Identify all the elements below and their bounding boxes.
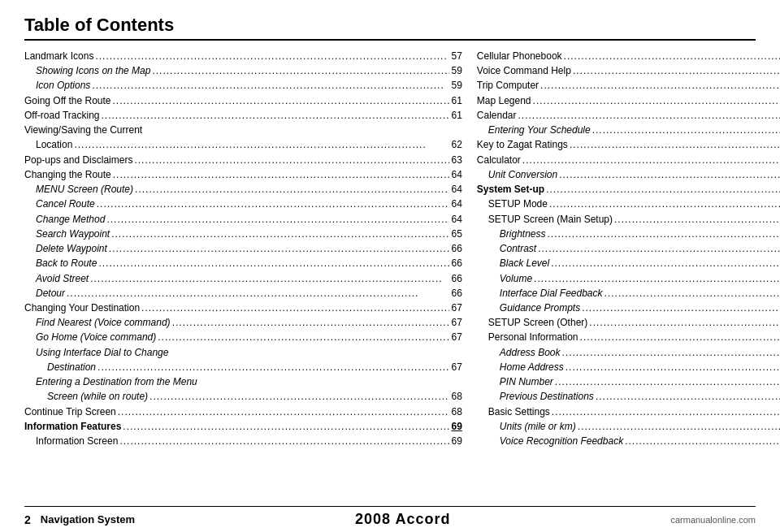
toc-entry: MENU Screen (Route).....................… bbox=[24, 182, 462, 197]
toc-label: Find Nearest (Voice command) bbox=[36, 315, 171, 330]
toc-dots: ........................................… bbox=[135, 182, 449, 197]
toc-dots: ........................................… bbox=[551, 256, 780, 270]
toc-entry: Interface Dial Feedback.................… bbox=[477, 286, 780, 301]
toc-dots: ........................................… bbox=[74, 137, 449, 152]
toc-page: 64 bbox=[451, 167, 462, 182]
toc-entry: Calculator..............................… bbox=[477, 153, 780, 167]
toc-dots: ........................................… bbox=[578, 419, 780, 434]
title-bar: Table of Contents bbox=[24, 15, 756, 41]
toc-label: Trip Computer bbox=[477, 78, 539, 93]
toc-dots: ........................................… bbox=[625, 434, 780, 448]
toc-label: Off-road Tracking bbox=[24, 108, 99, 123]
toc-label: MENU Screen (Route) bbox=[36, 182, 133, 197]
toc-entry: Pop-ups and Disclaimers.................… bbox=[24, 153, 462, 167]
toc-label: Cellular Phonebook bbox=[477, 49, 562, 63]
toc-entry: Address Book............................… bbox=[477, 345, 780, 360]
content-columns: Landmark Icons..........................… bbox=[24, 49, 756, 503]
toc-label: Destination bbox=[47, 360, 96, 374]
toc-entry: SETUP Screen (Other)....................… bbox=[477, 315, 780, 330]
toc-dots: ........................................… bbox=[95, 49, 449, 63]
toc-dots: ........................................… bbox=[97, 197, 450, 211]
toc-dots: ........................................… bbox=[538, 241, 780, 256]
footer-center-text: 2008 Accord bbox=[355, 511, 450, 528]
toc-label: Location bbox=[36, 137, 72, 152]
toc-label: Interface Dial Feedback bbox=[500, 286, 603, 301]
toc-entry: Voice Command Help......................… bbox=[477, 63, 780, 78]
toc-dots: ........................................… bbox=[67, 286, 449, 301]
toc-label: Changing Your Destination bbox=[24, 301, 140, 315]
toc-dots: ........................................… bbox=[111, 227, 449, 241]
toc-dots: ........................................… bbox=[580, 330, 780, 344]
toc-dots: ........................................… bbox=[109, 241, 450, 256]
toc-page: 69 bbox=[451, 434, 462, 448]
toc-page: 61 bbox=[451, 93, 462, 108]
toc-entry: Basic Settings..........................… bbox=[477, 404, 780, 419]
toc-label: SETUP Screen (Main Setup) bbox=[488, 212, 613, 227]
toc-label: Back to Route bbox=[36, 256, 97, 270]
toc-entry: Trip Computer...........................… bbox=[477, 78, 780, 93]
toc-dots: ........................................… bbox=[552, 404, 780, 419]
toc-entry: Continue Trip Screen....................… bbox=[24, 404, 462, 419]
toc-page: 68 bbox=[451, 389, 462, 404]
toc-dots: ........................................… bbox=[113, 93, 450, 108]
toc-entry: Volume..................................… bbox=[477, 271, 780, 286]
toc-dots: ........................................… bbox=[596, 389, 780, 404]
toc-dots: ........................................… bbox=[573, 63, 780, 78]
toc-label: Change Method bbox=[36, 212, 105, 227]
toc-entry: Search Waypoint.........................… bbox=[24, 227, 462, 241]
toc-label: Going Off the Route bbox=[24, 93, 111, 108]
toc-label: SETUP Screen (Other) bbox=[488, 315, 587, 330]
toc-entry: SETUP Screen (Main Setup)...............… bbox=[477, 212, 780, 227]
toc-entry: Delete Waypoint.........................… bbox=[24, 241, 462, 256]
toc-entry: PIN Number..............................… bbox=[477, 374, 780, 389]
toc-page: 57 bbox=[451, 49, 462, 63]
toc-label: Go Home (Voice command) bbox=[36, 330, 156, 344]
toc-label: Search Waypoint bbox=[36, 227, 110, 241]
toc-dots: ........................................… bbox=[549, 197, 780, 211]
toc-entry: Screen (while on route).................… bbox=[24, 389, 462, 404]
toc-page: 61 bbox=[451, 108, 462, 123]
toc-label: SETUP Mode bbox=[488, 197, 548, 211]
toc-entry: Changing the Route......................… bbox=[24, 167, 462, 182]
col2: Cellular Phonebook......................… bbox=[477, 49, 780, 503]
toc-label: Pop-ups and Disclaimers bbox=[24, 153, 132, 167]
toc-entry: Calendar................................… bbox=[477, 108, 780, 123]
toc-dots: ........................................… bbox=[566, 360, 780, 374]
toc-label: Entering Your Schedule bbox=[488, 123, 591, 137]
toc-entry: Landmark Icons..........................… bbox=[24, 49, 462, 63]
toc-entry: Change Method...........................… bbox=[24, 212, 462, 227]
toc-entry: Off-road Tracking.......................… bbox=[24, 108, 462, 123]
toc-entry: Going Off the Route.....................… bbox=[24, 93, 462, 108]
toc-label: Map Legend bbox=[477, 93, 531, 108]
toc-page: 67 bbox=[451, 360, 462, 374]
toc-page: 59 bbox=[451, 78, 462, 93]
toc-dots: ........................................… bbox=[540, 78, 780, 93]
toc-label: Calculator bbox=[477, 153, 521, 167]
toc-entry: SETUP Mode..............................… bbox=[477, 197, 780, 211]
toc-label: PIN Number bbox=[500, 374, 553, 389]
toc-dots: ........................................… bbox=[118, 404, 450, 419]
toc-label: Contrast bbox=[500, 241, 536, 256]
footer: 2 Navigation System 2008 Accord carmanua… bbox=[24, 506, 756, 532]
toc-entry: Detour..................................… bbox=[24, 286, 462, 301]
toc-dots: ........................................… bbox=[141, 301, 449, 315]
toc-page: 64 bbox=[451, 212, 462, 227]
toc-label: Landmark Icons bbox=[24, 49, 93, 63]
toc-dots: ........................................… bbox=[518, 108, 780, 123]
toc-dots: ........................................… bbox=[152, 63, 449, 78]
toc-dots: ........................................… bbox=[90, 271, 449, 286]
toc-dots: ........................................… bbox=[546, 182, 780, 197]
page-container: Table of Contents Landmark Icons........… bbox=[0, 0, 780, 532]
toc-dots: ........................................… bbox=[158, 330, 449, 344]
toc-dots: ........................................… bbox=[119, 434, 449, 448]
toc-page: 66 bbox=[451, 241, 462, 256]
toc-label: Basic Settings bbox=[488, 404, 550, 419]
toc-dots: ........................................… bbox=[570, 137, 780, 152]
toc-label: Using Interface Dial to Change bbox=[36, 345, 168, 360]
toc-dots: ........................................… bbox=[582, 301, 780, 315]
toc-label: Units (mile or km) bbox=[500, 419, 576, 434]
toc-label: Cancel Route bbox=[36, 197, 95, 211]
toc-page: 66 bbox=[451, 271, 462, 286]
toc-dots: ........................................… bbox=[101, 108, 449, 123]
toc-dots: ........................................… bbox=[134, 153, 449, 167]
